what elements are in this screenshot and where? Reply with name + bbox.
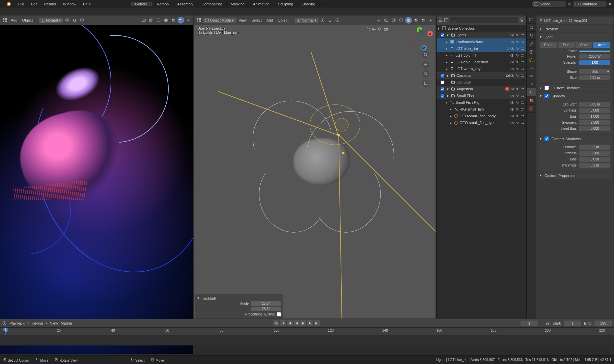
cursor-icon[interactable] — [515, 73, 520, 78]
light-panel-header[interactable]: ▾Light — [538, 33, 612, 40]
timeline-ruler[interactable]: 1204060801001201401601802002201 — [0, 327, 614, 335]
tree-row[interactable]: Small Fish — [437, 92, 526, 99]
play-reverse[interactable] — [294, 320, 300, 326]
render-icon[interactable] — [520, 66, 525, 71]
cursor-icon[interactable] — [515, 46, 520, 51]
tree-row[interactable]: Lights — [437, 32, 526, 38]
custom-distance-checkbox[interactable] — [545, 86, 549, 90]
editor-type-dropdown[interactable] — [2, 321, 7, 326]
menu-render[interactable]: Render — [41, 2, 60, 6]
light-type-sun[interactable]: Sun — [558, 42, 575, 48]
keyframe-next[interactable] — [307, 320, 313, 326]
lightdata-link-icon[interactable] — [506, 47, 510, 51]
viewlayer-selector[interactable]: Combined — [573, 1, 607, 7]
keyframe-prev[interactable] — [287, 320, 293, 326]
outliner-search[interactable] — [450, 17, 518, 23]
render-icon[interactable] — [520, 39, 525, 44]
pivot-point[interactable] — [64, 17, 71, 24]
render-icon[interactable] — [520, 60, 525, 64]
lock-icon[interactable] — [546, 321, 550, 325]
eye-icon[interactable] — [510, 107, 514, 112]
close-icon[interactable] — [567, 2, 571, 6]
tree-row[interactable]: RIG-small_fish — [437, 106, 526, 113]
tab-viewlayer[interactable] — [527, 32, 536, 40]
prop-value[interactable]: 1.000 — [579, 114, 610, 119]
workspace-tab[interactable]: Retopo — [153, 2, 173, 6]
light-power[interactable]: 2000 W — [579, 54, 610, 59]
prop-value[interactable]: 0.2 m — [579, 163, 610, 168]
start-frame[interactable]: 1 — [564, 321, 581, 326]
workspace-tab[interactable]: Sculpting — [274, 2, 298, 6]
proportional-edit[interactable] — [79, 17, 85, 24]
tree-row[interactable]: Small Fish Rig — [437, 99, 526, 106]
tree-row[interactable]: Cameras — [437, 72, 526, 79]
camera-tool-icon[interactable] — [384, 27, 388, 32]
tree-row[interactable]: GEO-small_fish_body — [437, 113, 526, 119]
shadow-panel-header[interactable]: ▾Shadow — [538, 92, 612, 99]
menu-marker[interactable]: Marker — [61, 321, 72, 325]
nav-gizmo[interactable]: X Y Z — [411, 28, 433, 50]
snap-toggle[interactable] — [327, 17, 333, 24]
shading-wire[interactable] — [155, 17, 162, 24]
timeline-track[interactable] — [0, 335, 614, 345]
eye-icon[interactable] — [510, 66, 514, 71]
menu-playback[interactable]: Playback — [9, 321, 25, 325]
cursor-icon[interactable] — [515, 60, 520, 64]
editor-type-dropdown[interactable] — [438, 18, 443, 23]
autokey-toggle[interactable] — [273, 320, 279, 326]
tree-row[interactable]: GEO-small_fish_eyes — [437, 119, 526, 126]
workspace-tab[interactable]: General — [131, 2, 153, 6]
render-icon[interactable] — [520, 53, 525, 58]
eye-icon[interactable] — [510, 60, 514, 64]
render-icon[interactable] — [520, 107, 525, 112]
current-frame[interactable]: 1 — [521, 321, 538, 326]
overlay-toggle[interactable] — [140, 17, 147, 24]
render-icon[interactable] — [520, 100, 525, 105]
viewport-3d[interactable]: User Perspective (1) Lights | LGT-blue_r… — [194, 25, 436, 318]
workspace-tab[interactable]: Animation — [249, 2, 274, 6]
play[interactable] — [300, 320, 306, 326]
collection-enable[interactable] — [441, 81, 444, 84]
eye-icon[interactable] — [510, 93, 514, 98]
outliner-tree[interactable]: Scene Collection LightsIrradianceVolumeL… — [437, 25, 526, 318]
angle-1[interactable]: 25.2° — [251, 301, 281, 306]
editor-type-dropdown[interactable] — [1, 17, 8, 24]
cursor-icon[interactable] — [515, 120, 520, 125]
angle-2[interactable]: 28.1° — [251, 307, 281, 311]
eye-icon[interactable] — [510, 114, 514, 118]
zoom-tool-icon[interactable] — [378, 27, 382, 32]
cursor-icon[interactable] — [515, 39, 520, 44]
shading-options[interactable]: ▾ — [185, 17, 192, 24]
menu-help[interactable]: Help — [80, 2, 94, 6]
light-type-spot[interactable]: Spot — [576, 42, 593, 48]
shading-solid[interactable] — [405, 17, 412, 24]
render-icon[interactable] — [520, 87, 525, 91]
eye-icon[interactable] — [510, 100, 514, 105]
menu-view[interactable]: View — [50, 321, 58, 325]
rendered-view[interactable] — [0, 25, 193, 354]
contact-shadows-checkbox[interactable] — [545, 136, 549, 141]
tab-world[interactable] — [527, 48, 536, 56]
camera-link-icon[interactable] — [506, 73, 510, 78]
eye-icon[interactable] — [510, 120, 514, 125]
tab-object[interactable] — [527, 56, 536, 64]
shading-matpreview[interactable] — [413, 17, 419, 24]
workspace-tab[interactable]: Compositing — [198, 2, 227, 6]
nav-zoom[interactable] — [422, 51, 429, 59]
tab-texture[interactable] — [527, 104, 536, 113]
operator-panel[interactable]: Trackball Angle25.2° 28.1° Proportional … — [195, 294, 283, 318]
shadow-checkbox[interactable] — [545, 94, 549, 98]
tree-row[interactable]: Anglerfish2 — [437, 86, 526, 92]
tab-modifiers[interactable] — [527, 64, 536, 72]
tree-row[interactable]: LGT-cold_fill — [437, 52, 526, 59]
gizmo-x[interactable]: X — [427, 31, 433, 36]
chevron-down-icon[interactable] — [197, 296, 199, 300]
cursor-icon[interactable] — [515, 100, 520, 105]
prop-value[interactable]: 0.000 — [579, 126, 610, 131]
select-box-icon[interactable] — [365, 27, 370, 32]
collection-enable[interactable] — [441, 87, 444, 91]
shading-options[interactable]: ▾ — [427, 17, 434, 24]
eye-icon[interactable] — [510, 33, 514, 37]
eye-icon[interactable] — [510, 39, 514, 44]
move-tool-icon[interactable] — [371, 27, 376, 32]
